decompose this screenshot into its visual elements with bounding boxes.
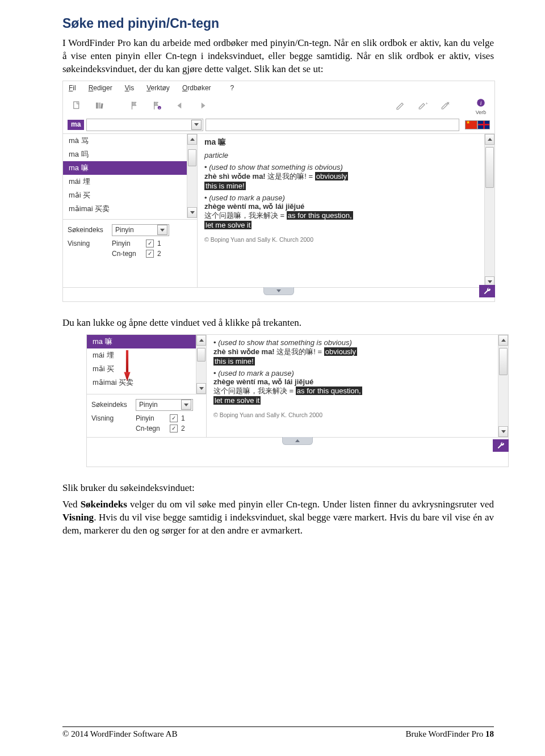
- svg-rect-3: [100, 103, 103, 108]
- menu-fil[interactable]: Fil: [69, 84, 76, 92]
- sense2-trans1: as for this question,: [296, 387, 362, 395]
- nav-back-icon[interactable]: [171, 96, 189, 115]
- entry-scrollbar[interactable]: [484, 134, 494, 287]
- pencil-plus-icon[interactable]: +: [414, 96, 432, 115]
- search-tag: ma: [68, 120, 84, 130]
- scroll-up-icon[interactable]: [498, 335, 508, 346]
- sense1-gloss: (used to show that something is obvious): [209, 163, 343, 171]
- scroll-thumb[interactable]: [197, 348, 206, 362]
- list-item[interactable]: ma 吗: [63, 148, 197, 161]
- search-input-wide[interactable]: [206, 119, 459, 131]
- sense1-trans2: this is mine!: [204, 182, 246, 190]
- scroll-up-icon[interactable]: [196, 335, 206, 346]
- footer-left: © 2014 WordFinder Software AB: [62, 729, 177, 739]
- wrench-icon[interactable]: [493, 439, 509, 452]
- page-footer: © 2014 WordFinder Software AB Bruke Word…: [62, 726, 494, 739]
- menu-vis[interactable]: Vis: [125, 84, 134, 92]
- index-list-2[interactable]: ma 嘛 mái 埋 mǎi 买 mǎimai 买卖: [87, 335, 206, 394]
- flag-uk-icon[interactable]: [477, 120, 490, 129]
- para-2: Du kan lukke og åpne dette vinduet ved å…: [62, 317, 494, 330]
- scroll-thumb[interactable]: [499, 348, 508, 375]
- section-heading: Søke med pinyin/Cn-tegn: [62, 16, 494, 31]
- dropdown-icon[interactable]: [181, 400, 191, 410]
- entry-pane-2: • (used to show that something is obviou…: [207, 335, 508, 437]
- menu-rediger[interactable]: Rediger: [89, 84, 112, 92]
- list-item[interactable]: mǎimai 买卖: [87, 376, 206, 389]
- list-item[interactable]: mǎi 买: [87, 362, 206, 376]
- list-item[interactable]: mǎimai 买卖: [63, 202, 197, 216]
- menubar: Fil Rediger Vis Verktøy Ordbøker ?: [63, 81, 494, 94]
- list-item[interactable]: mái 埋: [63, 175, 197, 188]
- sense1-cn: 这是我的嘛!: [276, 347, 316, 356]
- scroll-down-icon[interactable]: [498, 426, 508, 437]
- list-scrollbar[interactable]: [196, 335, 206, 394]
- sense-2: • (used to mark a pause): [213, 369, 496, 377]
- checkbox-pinyin[interactable]: ✓: [146, 240, 154, 247]
- collapse-tab-icon[interactable]: [263, 287, 294, 295]
- eq2: =: [278, 211, 287, 220]
- sense2-trans2: let me solve it: [204, 221, 251, 229]
- verb-label: Verb: [476, 110, 487, 115]
- nav-fwd-icon[interactable]: [194, 96, 212, 115]
- sokeindeks-combo[interactable]: Pinyin: [112, 224, 169, 236]
- chk2-label: Cn-tegn: [136, 425, 166, 432]
- checkbox-pinyin[interactable]: ✓: [170, 414, 178, 422]
- checkbox-cntegn[interactable]: ✓: [146, 250, 154, 258]
- scroll-down-icon[interactable]: [187, 207, 197, 218]
- dropdown-icon[interactable]: [191, 120, 202, 130]
- list-item[interactable]: ma 嘛: [87, 335, 206, 348]
- scroll-thumb[interactable]: [188, 149, 196, 166]
- sokeindeks-combo[interactable]: Pinyin: [136, 399, 193, 411]
- checkbox-cntegn[interactable]: ✓: [170, 425, 178, 432]
- sokeindeks-label: Søkeindeks: [68, 226, 112, 234]
- footer-right: Bruke WordFinder Pro 18: [405, 729, 494, 739]
- scroll-thumb[interactable]: [485, 147, 494, 188]
- bottom-strip: [63, 287, 494, 297]
- sense-1: • (used to show that something is obviou…: [213, 338, 496, 347]
- list-item[interactable]: mà 骂: [63, 134, 197, 148]
- search-index-options: Søkeindeks Pinyin Visning Pinyin ✓: [63, 219, 197, 264]
- menu-help[interactable]: ?: [230, 84, 234, 92]
- entry-headword: ma 嘛: [204, 137, 482, 148]
- screenshot-2: ma 嘛 mái 埋 mǎi 买 mǎimai 买卖 Søkeindeks: [86, 334, 509, 467]
- pencil-icon[interactable]: [391, 96, 409, 115]
- dropdown-icon[interactable]: [157, 225, 167, 235]
- list-scrollbar[interactable]: [187, 134, 197, 218]
- index-list[interactable]: mà 骂 ma 吗 ma 嘛 mái 埋 mǎi 买 mǎimai 买卖: [63, 134, 197, 219]
- list-item[interactable]: ma 嘛: [63, 161, 197, 175]
- p4d: Visning: [62, 512, 94, 523]
- para-3: Slik bruker du søkeindeksvinduet:: [62, 482, 494, 495]
- new-doc-icon[interactable]: [68, 96, 86, 115]
- books-icon[interactable]: [90, 96, 108, 115]
- scroll-down-icon[interactable]: [196, 383, 206, 394]
- flag-pin-icon[interactable]: [125, 96, 144, 115]
- visning-label: Visning: [91, 414, 136, 422]
- pencil-x-icon[interactable]: [437, 96, 455, 115]
- wrench-icon[interactable]: [479, 285, 495, 297]
- list-item[interactable]: mǎi 买: [63, 188, 197, 202]
- lang-flags[interactable]: [465, 120, 490, 129]
- menu-verktoy[interactable]: Verktøy: [146, 84, 170, 92]
- svg-text:+: +: [426, 100, 429, 106]
- chk1-label: Pinyin: [136, 414, 166, 422]
- list-item[interactable]: mái 埋: [87, 348, 206, 362]
- visning-label: Visning: [68, 240, 112, 247]
- sokeindeks-value: Pinyin: [115, 226, 134, 234]
- sense1-trans1: obviously: [324, 347, 357, 356]
- sense2-pinyin: zhège wèntí ma, wǒ lái jiějué: [204, 202, 304, 211]
- search-combo[interactable]: [86, 119, 203, 131]
- svg-rect-2: [99, 103, 101, 109]
- flag-cn-icon[interactable]: [465, 120, 477, 129]
- p4a: Ved: [62, 499, 81, 510]
- scroll-up-icon[interactable]: [187, 134, 197, 145]
- sense1-trans2: this is mine!: [213, 357, 255, 366]
- search-index-options-2: Søkeindeks Pinyin Visning Pinyin ✓: [87, 394, 206, 439]
- entry-scrollbar[interactable]: [498, 335, 508, 437]
- collapse-tab-icon[interactable]: [282, 437, 313, 445]
- scroll-up-icon[interactable]: [485, 134, 494, 145]
- sense2-pinyin: zhège wèntí ma, wǒ lái jiějué: [213, 377, 313, 386]
- sense2-gloss: (used to mark a pause): [209, 194, 285, 202]
- verb-info-icon[interactable]: i: [472, 96, 490, 110]
- menu-ordboker[interactable]: Ordbøker: [182, 84, 211, 92]
- flag-pin-plus-icon[interactable]: +: [148, 96, 166, 115]
